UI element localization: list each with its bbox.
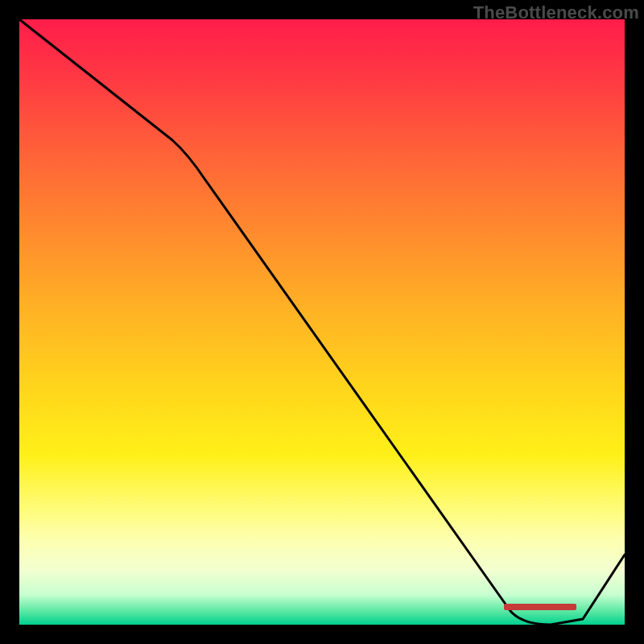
attribution-text: TheBottleneck.com (473, 2, 639, 23)
chart-frame: TheBottleneck.com (0, 0, 644, 644)
plot-area (19, 19, 625, 625)
curve-path (19, 19, 625, 625)
optimal-range-marker (504, 604, 576, 610)
bottleneck-curve (19, 19, 625, 625)
